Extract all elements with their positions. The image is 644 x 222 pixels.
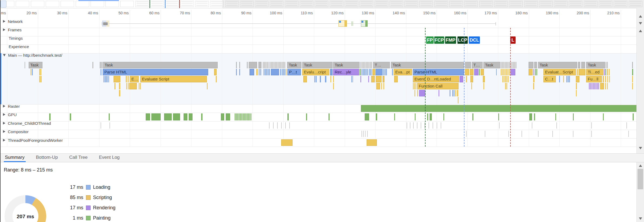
io-thread-track-content-bar[interactable] bbox=[289, 122, 290, 129]
main-flame-chart-bar[interactable] bbox=[286, 69, 287, 75]
main-flame-chart-bar[interactable]: Rec…yle bbox=[333, 69, 359, 75]
main-flame-chart-bar[interactable] bbox=[466, 76, 467, 82]
main-flame-chart-bar[interactable] bbox=[579, 69, 585, 75]
compositor-track-content-bar[interactable] bbox=[485, 131, 485, 137]
io-thread-track-content-bar[interactable] bbox=[499, 122, 500, 129]
main-flame-chart-bar[interactable] bbox=[239, 69, 240, 75]
filmstrip-frame[interactable] bbox=[180, 1, 194, 7]
main-flame-chart-bar[interactable]: Task bbox=[302, 62, 333, 68]
main-flame-chart-bar[interactable]: Evaluat…Script bbox=[543, 69, 576, 75]
main-flame-chart-bar[interactable] bbox=[471, 83, 472, 89]
main-flame-chart-bar[interactable]: P…t bbox=[287, 69, 301, 75]
threadpool-track-content[interactable] bbox=[0, 138, 644, 147]
scroll-up-arrow-icon[interactable] bbox=[639, 30, 642, 32]
main-flame-chart-bar[interactable] bbox=[413, 83, 417, 89]
filmstrip-frame[interactable] bbox=[150, 1, 164, 7]
main-flame-chart-bar[interactable] bbox=[632, 76, 633, 82]
main-flame-chart-bar[interactable]: Task bbox=[586, 62, 605, 68]
main-flame-chart-bar[interactable] bbox=[376, 69, 383, 75]
main-flame-chart-bar[interactable] bbox=[460, 76, 463, 82]
gpu-track-content-bar[interactable] bbox=[189, 113, 192, 120]
main-flame-chart-bar[interactable] bbox=[250, 69, 254, 75]
main-flame-chart-bar[interactable] bbox=[263, 62, 269, 68]
network-request-bar[interactable] bbox=[338, 20, 347, 27]
main-flame-chart-bar[interactable] bbox=[439, 90, 439, 96]
track-label-raster[interactable]: Raster bbox=[2, 103, 20, 109]
main-flame-chart-bar[interactable] bbox=[128, 83, 129, 89]
io-thread-track-content-bar[interactable] bbox=[285, 122, 286, 129]
main-flame-chart-bar[interactable] bbox=[369, 69, 372, 75]
main-flame-chart-bar[interactable] bbox=[501, 69, 510, 75]
main-flame-chart-bar[interactable] bbox=[31, 69, 31, 75]
main-flame-chart-bar[interactable] bbox=[383, 69, 387, 75]
gpu-track-content[interactable] bbox=[0, 113, 644, 121]
compositor-track-content-bar[interactable] bbox=[365, 131, 366, 137]
gpu-track-content-bar[interactable] bbox=[151, 113, 161, 120]
tab-summary[interactable]: Summary bbox=[4, 154, 26, 162]
threadpool-track-content-bar[interactable] bbox=[281, 139, 293, 146]
main-flame-chart-bar[interactable] bbox=[236, 69, 237, 75]
main-flame-chart-bar[interactable] bbox=[104, 76, 109, 82]
main-flame-chart-bar[interactable]: Task bbox=[333, 62, 360, 68]
main-flame-chart-bar[interactable]: Task bbox=[287, 62, 301, 68]
compositor-track-content-bar[interactable] bbox=[363, 131, 364, 137]
main-flame-chart-bar[interactable] bbox=[603, 76, 604, 82]
main-flame-chart-bar[interactable] bbox=[605, 69, 606, 75]
main-flame-chart-bar[interactable] bbox=[566, 76, 570, 82]
main-flame-chart-bar[interactable] bbox=[368, 76, 369, 82]
compositor-track-content-bar[interactable] bbox=[628, 131, 629, 137]
main-flame-chart-bar[interactable] bbox=[114, 83, 115, 89]
main-flame-chart-bar[interactable]: Fu…ll bbox=[586, 76, 602, 82]
compositor-track-content-bar[interactable] bbox=[522, 131, 522, 137]
main-flame-chart-bar[interactable] bbox=[609, 69, 610, 75]
gpu-track-content-bar[interactable] bbox=[573, 113, 574, 120]
io-thread-track-content-bar[interactable] bbox=[101, 122, 101, 129]
io-thread-track-content-bar[interactable] bbox=[413, 122, 414, 129]
network-track-content[interactable] bbox=[0, 19, 644, 28]
main-flame-chart-bar[interactable] bbox=[270, 62, 286, 68]
main-flame-chart-bar[interactable] bbox=[609, 76, 610, 82]
main-flame-chart-bar[interactable]: Eva…pt bbox=[394, 69, 412, 75]
main-flame-chart[interactable]: TaskTaskTaskTaskTaskT…TaskT…TaskTaskTask… bbox=[0, 62, 644, 104]
chart-vertical-scrollbar[interactable] bbox=[636, 8, 644, 153]
gpu-track-content-bar[interactable] bbox=[376, 113, 377, 120]
io-thread-track-content[interactable] bbox=[0, 121, 644, 130]
main-flame-chart-bar[interactable] bbox=[465, 69, 469, 75]
gpu-track-content-bar[interactable] bbox=[498, 113, 499, 120]
main-flame-chart-bar[interactable] bbox=[92, 62, 93, 68]
network-request-bar[interactable] bbox=[361, 20, 368, 27]
filmstrip-frame[interactable] bbox=[210, 1, 224, 7]
main-flame-chart-bar[interactable] bbox=[214, 69, 217, 75]
threadpool-track-content-bar[interactable] bbox=[367, 139, 377, 146]
filmstrip-frame[interactable] bbox=[91, 1, 104, 7]
main-flame-chart-bar[interactable] bbox=[119, 83, 120, 89]
filmstrip-frame[interactable] bbox=[195, 1, 209, 7]
main-flame-chart-bar[interactable] bbox=[360, 62, 372, 68]
main-flame-chart-bar[interactable] bbox=[452, 90, 453, 96]
track-label-gpu[interactable]: GPU bbox=[2, 112, 17, 117]
compositor-track-content-bar[interactable] bbox=[367, 131, 368, 137]
gpu-track-content-bar[interactable] bbox=[49, 113, 51, 120]
compositor-track-content-bar[interactable] bbox=[538, 131, 539, 137]
gpu-track-content-bar[interactable] bbox=[226, 113, 230, 120]
io-thread-track-content-bar[interactable] bbox=[429, 122, 429, 129]
main-flame-chart-bar[interactable] bbox=[333, 83, 334, 89]
io-thread-track-content-bar[interactable] bbox=[433, 122, 433, 129]
main-flame-chart-bar[interactable] bbox=[605, 76, 606, 82]
main-flame-chart-bar[interactable]: Task bbox=[483, 62, 500, 68]
track-label-compositor[interactable]: Compositor bbox=[2, 129, 29, 134]
timeline-overview-minimap[interactable] bbox=[0, 0, 644, 8]
scroll-down-arrow-icon[interactable] bbox=[639, 217, 642, 220]
gpu-track-content-bar[interactable] bbox=[328, 113, 330, 120]
main-flame-chart-bar[interactable] bbox=[536, 69, 537, 75]
gpu-track-content-bar[interactable] bbox=[184, 113, 187, 120]
expand-arrow-icon[interactable] bbox=[3, 28, 5, 31]
main-flame-chart-bar[interactable] bbox=[605, 83, 606, 89]
io-thread-track-content-bar[interactable] bbox=[269, 122, 270, 129]
compositor-track-content-bar[interactable] bbox=[508, 131, 509, 137]
main-flame-chart-bar[interactable]: Task bbox=[29, 62, 42, 68]
main-flame-chart-bar[interactable]: Evalu…cript bbox=[302, 69, 329, 75]
timing-badge-fmp[interactable]: FMP bbox=[445, 36, 456, 44]
scroll-down-arrow-icon[interactable] bbox=[639, 147, 642, 149]
main-flame-chart-bar[interactable] bbox=[576, 83, 577, 89]
